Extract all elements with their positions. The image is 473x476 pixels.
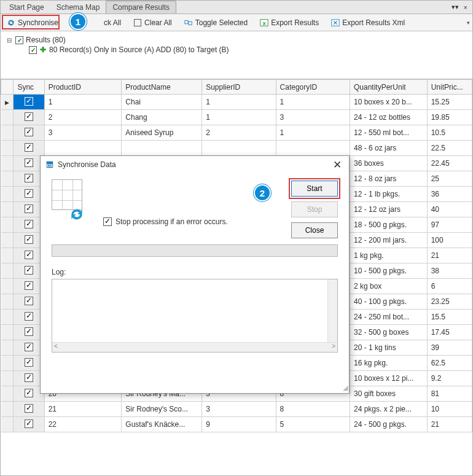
table-row[interactable]: 3Aniseed Syrup2112 - 550 ml bot...10.5 xyxy=(1,125,472,141)
cell-unitprice: 23.25 xyxy=(427,294,472,310)
log-scrollbar-vertical[interactable] xyxy=(327,279,337,342)
export-results-xml-button[interactable]: Export Results Xml xyxy=(327,17,408,29)
row-selector[interactable] xyxy=(1,233,14,248)
cell-quantityperunit: 10 boxes x 12 pi... xyxy=(350,371,427,386)
resize-grip-icon[interactable]: ◢ xyxy=(343,384,348,392)
close-panel-button[interactable]: × xyxy=(461,4,470,11)
cell-unitprice: 21 xyxy=(427,417,472,432)
cell-quantityperunit: 18 - 500 g pkgs. xyxy=(350,217,427,233)
tree-root-checkbox[interactable] xyxy=(15,36,23,44)
row-selector[interactable] xyxy=(1,279,14,294)
cell-unitprice: 19.85 xyxy=(427,110,472,125)
row-selector[interactable] xyxy=(1,263,14,279)
sync-checkbox-cell[interactable] xyxy=(14,141,44,156)
cell-quantityperunit: 48 - 6 oz jars xyxy=(350,141,427,156)
cell-productid: 3 xyxy=(44,125,122,141)
tree-child-checkbox[interactable] xyxy=(29,46,37,54)
sync-checkbox-cell[interactable] xyxy=(14,417,44,432)
cell-quantityperunit: 12 - 550 ml bot... xyxy=(350,125,427,141)
dialog-titlebar: DS Synchronise Data ✕ xyxy=(41,156,349,173)
row-selector[interactable] xyxy=(1,417,14,432)
tree-root[interactable]: ⊟ Results (80) xyxy=(7,35,466,45)
cell-productid: 21 xyxy=(44,402,122,417)
check-all-button[interactable]: ck All xyxy=(100,17,125,29)
row-selector[interactable] xyxy=(1,156,14,171)
row-selector[interactable] xyxy=(1,325,14,340)
row-selector[interactable] xyxy=(1,141,14,156)
app-icon: DS xyxy=(45,160,54,169)
tree-child-label: 80 Record(s) Only in Source (A) ADD (80)… xyxy=(49,45,229,54)
start-button[interactable]: Start xyxy=(291,181,338,197)
row-selector[interactable] xyxy=(1,202,14,217)
close-button[interactable]: Close xyxy=(291,222,338,238)
callout-1: 1 xyxy=(69,13,87,30)
col-unitprice[interactable]: UnitPric... xyxy=(427,80,472,95)
excel-icon: X xyxy=(260,18,268,27)
collapse-icon[interactable]: ⊟ xyxy=(7,37,13,44)
table-row[interactable]: ▶1Chai1110 boxes x 20 b...15.25 xyxy=(1,95,472,110)
row-selector[interactable] xyxy=(1,294,14,310)
cell-unitprice: 38 xyxy=(427,263,472,279)
autohide-button[interactable]: ▾▾ xyxy=(449,3,461,11)
sync-checkbox-cell[interactable] xyxy=(14,125,44,141)
cell-unitprice: 22.5 xyxy=(427,141,472,156)
xml-icon xyxy=(331,18,340,27)
tab-compare-results[interactable]: Compare Results xyxy=(106,1,176,14)
row-selector-header xyxy=(1,80,14,95)
row-selector[interactable] xyxy=(1,125,14,141)
cell-quantityperunit: 12 - 200 ml jars. xyxy=(350,233,427,248)
dialog-close-button[interactable]: ✕ xyxy=(330,158,344,171)
col-productname[interactable]: ProductName xyxy=(122,80,202,95)
row-selector[interactable] xyxy=(1,402,14,417)
cell-productname: Aniseed Syrup xyxy=(122,125,202,141)
log-scrollbar-horizontal[interactable]: <> xyxy=(52,342,337,352)
col-quantityperunit[interactable]: QuantityPerUnit xyxy=(350,80,427,95)
stop-on-error-checkbox[interactable] xyxy=(103,217,112,226)
row-selector[interactable] xyxy=(1,310,14,325)
row-selector[interactable] xyxy=(1,371,14,386)
tree-child[interactable]: ✚ 80 Record(s) Only in Source (A) ADD (8… xyxy=(7,45,466,55)
row-selector[interactable]: ▶ xyxy=(1,95,14,110)
table-row[interactable]: 2Chang1324 - 12 oz bottles19.85 xyxy=(1,110,472,125)
log-textarea[interactable]: <> xyxy=(52,279,338,353)
cell-categoryid: 5 xyxy=(276,417,350,432)
row-selector[interactable] xyxy=(1,217,14,233)
export-results-label: Export Results xyxy=(271,18,319,27)
table-row[interactable]: 21Sir Rodney's Sco...3824 pkgs. x 2 pie.… xyxy=(1,402,472,417)
cell-categoryid: 1 xyxy=(276,95,350,110)
row-selector[interactable] xyxy=(1,356,14,371)
svg-rect-0 xyxy=(185,20,188,23)
export-results-button[interactable]: X Export Results xyxy=(256,17,322,29)
row-selector[interactable] xyxy=(1,340,14,356)
tab-bar: Start Page Schema Map Compare Results ▾▾… xyxy=(1,1,472,14)
sync-checkbox-cell[interactable] xyxy=(14,110,44,125)
svg-rect-1 xyxy=(189,21,192,25)
cell-unitprice: 9.2 xyxy=(427,371,472,386)
table-row[interactable]: 48 - 6 oz jars22.5 xyxy=(1,141,472,156)
row-selector[interactable] xyxy=(1,248,14,263)
toolbar-overflow-icon[interactable]: ▾ xyxy=(467,20,470,26)
row-selector[interactable] xyxy=(1,110,14,125)
synchronise-button[interactable]: Synchronise xyxy=(3,17,62,29)
table-row[interactable]: 22Gustaf's Knäcke...9524 - 500 g pkgs.21 xyxy=(1,417,472,432)
sync-checkbox-cell[interactable] xyxy=(14,95,44,110)
tab-start-page[interactable]: Start Page xyxy=(3,1,50,14)
row-selector[interactable] xyxy=(1,187,14,202)
cell-supplierid: 2 xyxy=(202,125,276,141)
row-selector[interactable] xyxy=(1,171,14,187)
col-supplierid[interactable]: SupplierID xyxy=(202,80,276,95)
svg-text:X: X xyxy=(263,20,267,26)
tab-schema-map[interactable]: Schema Map xyxy=(50,1,106,14)
sync-checkbox-cell[interactable] xyxy=(14,402,44,417)
clear-all-button[interactable]: Clear All xyxy=(130,17,176,29)
cell-unitprice: 15.25 xyxy=(427,95,472,110)
col-sync[interactable]: Sync xyxy=(14,80,44,95)
cell-unitprice: 17.45 xyxy=(427,325,472,340)
row-selector[interactable] xyxy=(1,386,14,402)
toolbar: Synchronise 1 ck All Clear All Toggle Se… xyxy=(1,14,472,31)
col-categoryid[interactable]: CategoryID xyxy=(276,80,350,95)
cell-supplierid: 1 xyxy=(202,95,276,110)
log-label: Log: xyxy=(52,268,338,276)
col-productid[interactable]: ProductID xyxy=(44,80,122,95)
toggle-selected-button[interactable]: Toggle Selected xyxy=(181,17,251,29)
